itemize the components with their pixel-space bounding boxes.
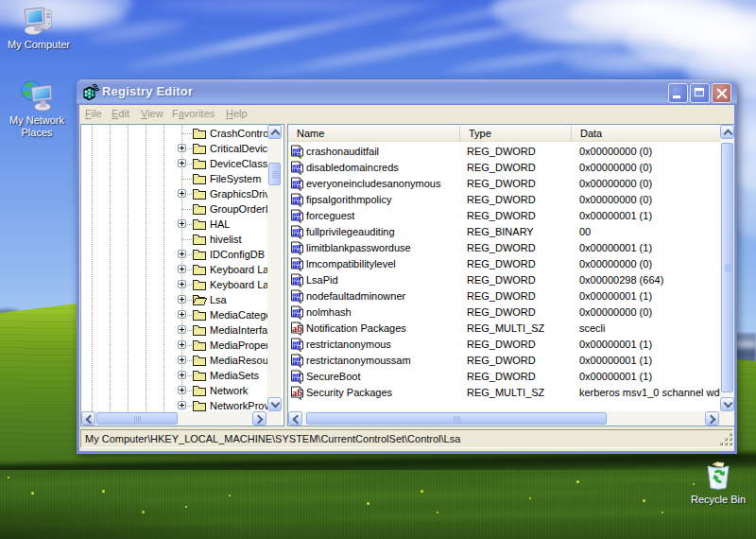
svg-text:ab: ab <box>292 323 302 334</box>
svg-text:ab: ab <box>292 388 302 398</box>
